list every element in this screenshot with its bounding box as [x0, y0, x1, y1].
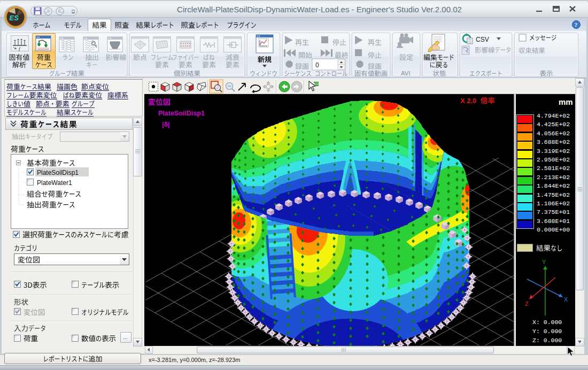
svg-text:?: ?: [575, 22, 577, 28]
svg-text:ES: ES: [10, 14, 19, 22]
svg-text:f: f: [19, 46, 21, 51]
svg-text:Y: Y: [542, 259, 546, 265]
svg-text:X 2.0: X 2.0: [460, 97, 476, 105]
svg-text:...: ...: [123, 334, 127, 340]
svg-text:CSV: CSV: [476, 36, 489, 43]
svg-text:X: X: [564, 296, 568, 303]
svg-text:AVI: AVI: [401, 70, 411, 76]
svg-text:|δ|: |δ|: [162, 121, 170, 128]
svg-text:PlateSoilDisp1: PlateSoilDisp1: [158, 110, 205, 117]
svg-text:Z: Z: [525, 300, 529, 307]
svg-text:0: 0: [315, 61, 319, 69]
